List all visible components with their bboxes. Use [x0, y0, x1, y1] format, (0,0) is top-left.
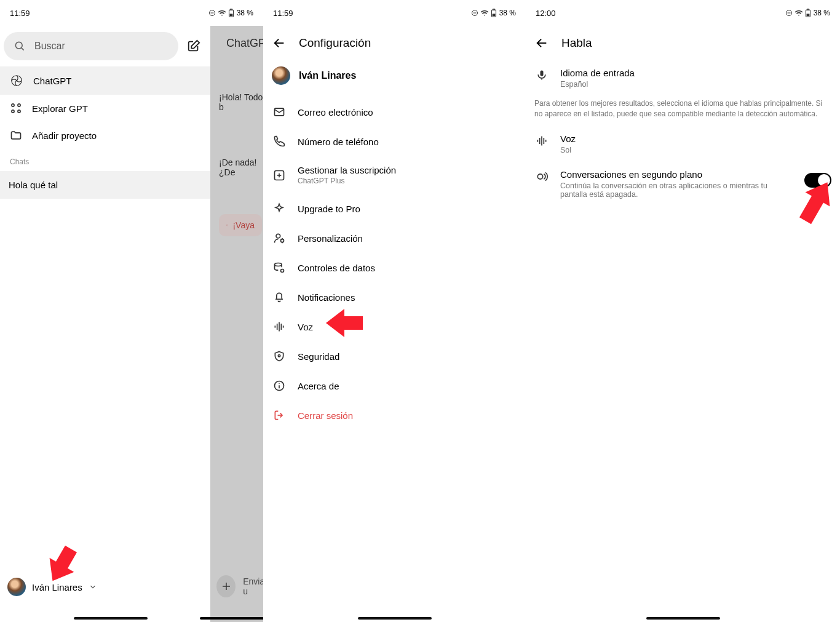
- folder-icon: [10, 129, 22, 142]
- settings-personalization-label: Personalización: [298, 233, 363, 244]
- svg-point-42: [278, 355, 280, 357]
- svg-rect-52: [806, 14, 809, 16]
- svg-line-6: [22, 48, 24, 50]
- svg-point-5: [15, 42, 22, 49]
- status-battery: 38 %: [499, 9, 516, 17]
- wifi-icon: [218, 9, 226, 17]
- chats-section-label: Chats: [0, 149, 210, 171]
- svg-rect-24: [493, 9, 494, 10]
- settings-email[interactable]: Correo electrónico: [272, 97, 517, 127]
- battery-icon: [805, 9, 811, 17]
- settings-about[interactable]: Acerca de: [272, 371, 517, 401]
- settings-notifications-label: Notificaciones: [298, 292, 355, 303]
- svg-point-45: [279, 383, 280, 384]
- nav-chatgpt[interactable]: ChatGPT: [0, 66, 210, 95]
- settings-upgrade[interactable]: Upgrade to Pro: [272, 194, 517, 223]
- database-gear-icon: [273, 261, 285, 274]
- settings-security[interactable]: Seguridad: [272, 341, 517, 371]
- svg-point-32: [281, 239, 284, 242]
- nav-home-indicator: [358, 617, 432, 620]
- chatgpt-logo-icon: [10, 74, 23, 87]
- background-voice-icon: [536, 170, 548, 183]
- svg-point-35: [275, 263, 282, 266]
- status-battery: 38 %: [814, 9, 830, 17]
- chat-item[interactable]: Hola qué tal: [0, 171, 210, 199]
- arrow-left-icon: [535, 36, 549, 50]
- voice-background-title: Conversaciones en segundo plano: [560, 169, 793, 180]
- nav-add-project[interactable]: Añadir proyecto: [0, 122, 210, 149]
- wifi-icon: [480, 9, 489, 17]
- voice-header: Habla: [526, 26, 840, 60]
- svg-point-36: [281, 269, 284, 273]
- nav-explore-label: Explorar GPT: [32, 103, 88, 114]
- settings-phone[interactable]: Número de teléfono: [272, 127, 517, 156]
- sparkle-icon: [273, 202, 285, 215]
- mail-icon: [273, 106, 285, 118]
- battery-icon: [491, 9, 497, 17]
- settings-voice-label: Voz: [298, 322, 313, 332]
- back-button[interactable]: [534, 36, 549, 50]
- settings-email-label: Correo electrónico: [298, 107, 373, 118]
- svg-point-9: [18, 104, 20, 106]
- status-right: 38 %: [785, 9, 830, 17]
- shield-icon: [273, 350, 285, 362]
- search-placeholder: Buscar: [34, 41, 65, 52]
- settings-subscription-label: Gestionar la suscripción: [298, 165, 396, 175]
- settings-logout[interactable]: Cerrar sesión: [272, 401, 517, 430]
- waveform-icon: [536, 135, 548, 147]
- nav-explore-gpt[interactable]: Explorar GPT: [0, 95, 210, 122]
- dnd-icon: [785, 9, 793, 17]
- settings-personalization[interactable]: Personalización: [272, 223, 517, 253]
- settings-data-controls[interactable]: Controles de datos: [272, 253, 517, 282]
- voice-background-toggle[interactable]: [804, 173, 831, 188]
- sidebar-user-name: Iván Linares: [32, 582, 82, 592]
- person-gear-icon: [273, 232, 285, 244]
- nav-home-indicator: [646, 617, 720, 620]
- svg-point-10: [12, 110, 14, 113]
- nav-add-project-label: Añadir proyecto: [32, 130, 97, 141]
- svg-point-8: [12, 104, 14, 106]
- battery-icon: [228, 9, 234, 17]
- logout-icon: [273, 409, 285, 421]
- svg-point-31: [276, 234, 280, 238]
- voice-info-text: Para obtener los mejores resultados, sel…: [534, 96, 831, 126]
- settings-subscription[interactable]: Gestionar la suscripción ChatGPT Plus: [272, 156, 517, 194]
- settings-user-name: Iván Linares: [299, 70, 356, 81]
- status-time: 12:00: [536, 9, 556, 18]
- nav-home-indicator: [74, 617, 148, 620]
- chevron-down-icon: [89, 583, 97, 591]
- status-bar: 11:59 38 %: [0, 0, 263, 26]
- status-right: 38 %: [208, 9, 253, 17]
- waveform-icon: [273, 321, 285, 333]
- voice-input-language-title: Idioma de entrada: [560, 68, 831, 78]
- status-time: 11:59: [273, 9, 293, 18]
- settings-voice[interactable]: Voz: [272, 312, 517, 341]
- voice-background-row: Conversaciones en segundo plano Continúa…: [534, 162, 831, 206]
- settings-user-row[interactable]: Iván Linares: [272, 60, 517, 97]
- settings-data-controls-label: Controles de datos: [298, 263, 375, 273]
- settings-logout-label: Cerrar sesión: [298, 410, 353, 421]
- dnd-icon: [471, 9, 478, 17]
- arrow-left-icon: [272, 36, 286, 50]
- voice-selection[interactable]: Voz Sol: [534, 126, 831, 162]
- dnd-icon: [208, 9, 216, 17]
- settings-notifications[interactable]: Notificaciones: [272, 282, 517, 312]
- sidebar-user-row[interactable]: Iván Linares: [0, 572, 210, 602]
- search-icon: [14, 40, 26, 52]
- nav-chatgpt-label: ChatGPT: [33, 76, 72, 86]
- status-bar: 12:00 38 %: [526, 0, 840, 26]
- search-input[interactable]: Buscar: [4, 32, 178, 60]
- compose-button[interactable]: [187, 39, 204, 53]
- svg-rect-25: [492, 14, 495, 16]
- svg-rect-51: [807, 9, 809, 10]
- status-time: 11:59: [10, 9, 30, 18]
- voice-input-language[interactable]: Idioma de entrada Español: [534, 60, 831, 96]
- chat-item-title: Hola qué tal: [9, 180, 58, 190]
- back-button[interactable]: [272, 36, 287, 50]
- settings-about-label: Acerca de: [298, 381, 339, 391]
- settings-header: Configuración: [263, 26, 526, 60]
- svg-point-60: [537, 174, 542, 179]
- settings-security-label: Seguridad: [298, 351, 339, 362]
- info-icon: [273, 380, 285, 392]
- avatar: [272, 66, 290, 85]
